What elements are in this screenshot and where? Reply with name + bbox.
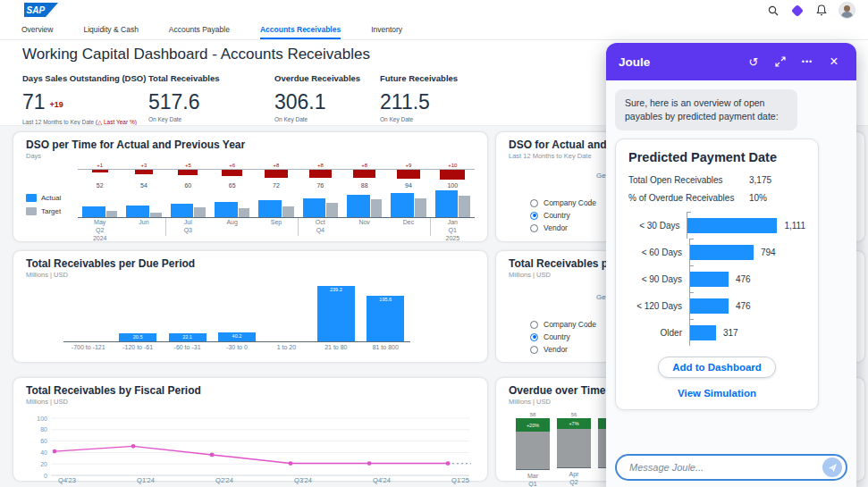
history-icon[interactable]: ↺	[744, 52, 763, 71]
radio-company-code[interactable]: Company Code	[530, 320, 596, 329]
year-label: 2024	[78, 234, 122, 242]
actual-bar[interactable]	[347, 195, 370, 217]
actual-bar[interactable]	[391, 193, 414, 217]
jbar[interactable]	[690, 245, 754, 260]
actual-bar[interactable]	[171, 204, 194, 217]
legend-swatch	[26, 207, 37, 215]
kpi-days-sales-outstanding-dso[interactable]: Days Sales Outstanding (DSO)71+19Last 12…	[22, 73, 148, 126]
tab-liquidity-cash[interactable]: Liquidity & Cash	[83, 20, 138, 39]
delta-bar[interactable]	[222, 170, 242, 176]
bar-group	[431, 189, 475, 218]
due-bar[interactable]: 40.2	[218, 332, 256, 341]
stat-of-overdue-receivables: % of Overdue Receivables10%	[628, 193, 805, 203]
data-point-q1-24[interactable]	[131, 444, 136, 449]
jbar-zone: 1,111	[687, 212, 805, 239]
tab-overview[interactable]: Overview	[21, 20, 53, 39]
tab-accounts-payable[interactable]: Accounts Payable	[169, 20, 230, 39]
dso-bar-chart: +152MayQ22024+354Jun +560JulQ3 +665Aug +…	[78, 162, 475, 242]
data-point-q2-24[interactable]	[210, 453, 215, 458]
target-bar[interactable]	[326, 203, 338, 217]
actual-bar[interactable]	[258, 200, 282, 217]
month-column-jul: +560JulQ3	[166, 162, 210, 242]
jbar[interactable]	[690, 298, 729, 314]
target-bar[interactable]	[459, 196, 470, 217]
overdue-bar[interactable]: +20%	[516, 418, 550, 470]
joule-message-input[interactable]	[628, 461, 822, 474]
kpi-total-receivables[interactable]: Total Receivables517.6On Key Date	[148, 73, 274, 126]
close-icon[interactable]: ×	[824, 52, 844, 71]
target-bar[interactable]	[106, 211, 118, 217]
due-bar[interactable]: 195.6	[367, 296, 404, 341]
due-bar[interactable]: 20.5	[119, 333, 156, 341]
month-column-sep: +872Sep	[254, 162, 298, 242]
target-bar[interactable]	[371, 199, 383, 217]
radio-country[interactable]: Country	[530, 332, 596, 341]
predicted-payment-stats: Total Open Receivables3,175% of Overdue …	[628, 175, 805, 203]
delta-bar[interactable]	[178, 170, 198, 175]
due-bar[interactable]: 239.2	[317, 286, 355, 341]
jbar-label: Older	[628, 328, 689, 338]
actual-bar[interactable]	[126, 206, 149, 217]
delta-bar[interactable]	[353, 170, 375, 178]
target-bar[interactable]	[150, 213, 162, 217]
kpi-value: 211.5	[380, 91, 430, 113]
actual-bar[interactable]	[82, 206, 105, 217]
radio-company-code[interactable]: Company Code	[530, 198, 596, 207]
radio-icon	[530, 346, 538, 354]
delta-bar[interactable]	[135, 170, 153, 174]
expand-icon[interactable]	[771, 52, 790, 71]
target-bar[interactable]	[194, 207, 206, 217]
stat-label: % of Overdue Receivables	[628, 193, 749, 203]
actual-bar[interactable]	[303, 198, 326, 217]
quarter-label	[386, 226, 430, 234]
notifications-bell-icon[interactable]	[814, 4, 829, 18]
month-label: May	[78, 218, 122, 226]
delta-bar[interactable]	[397, 170, 421, 179]
delta-bar[interactable]	[265, 170, 287, 178]
data-point-q4-24[interactable]	[367, 461, 372, 466]
delta-bar[interactable]	[440, 170, 465, 180]
jbar[interactable]	[690, 325, 716, 340]
joule-icon[interactable]	[790, 4, 805, 18]
jbar[interactable]	[690, 272, 729, 287]
actual-bar[interactable]	[435, 190, 459, 217]
delta-bar[interactable]	[309, 170, 332, 178]
data-point-q1-25[interactable]	[446, 461, 451, 466]
month-column-aug: +665Aug	[210, 162, 254, 242]
kpi-overdue-receivables[interactable]: Overdue Receivables306.1On Key Date	[274, 73, 380, 126]
jbar-label: < 60 Days	[628, 248, 689, 257]
actual-bar[interactable]	[215, 202, 238, 217]
target-bar[interactable]	[239, 208, 250, 217]
delta-bar[interactable]	[92, 170, 108, 172]
radio-vendor[interactable]: Vendor	[530, 223, 596, 232]
due-bar[interactable]: 22.1	[169, 333, 206, 341]
tab-inventory[interactable]: Inventory	[371, 20, 402, 39]
kpi-future-receivables[interactable]: Future Receivables211.5On Key Date	[380, 73, 496, 126]
add-to-dashboard-button[interactable]: Add to Dashboard	[658, 357, 776, 378]
data-point-q3-24[interactable]	[289, 461, 293, 466]
month-label: Jun	[122, 218, 165, 226]
radio-vendor[interactable]: Vendor	[530, 345, 596, 354]
send-icon[interactable]	[822, 458, 842, 477]
jbar[interactable]	[687, 218, 777, 233]
kpi-value-row: 71+19	[22, 91, 148, 115]
due-column-120-to-61: 20.5	[113, 333, 162, 341]
target-bar[interactable]	[282, 206, 294, 217]
search-icon[interactable]	[766, 4, 780, 18]
jbar-value: 317	[723, 328, 738, 338]
legend-item-actual[interactable]: Actual	[26, 194, 78, 202]
card-title: DSO per Time for Actual and Previous Yea…	[26, 139, 475, 151]
target-bar[interactable]	[415, 198, 426, 217]
user-avatar[interactable]	[839, 2, 855, 19]
month-column-may: +152MayQ22024	[78, 162, 122, 242]
data-point-q4-23[interactable]	[53, 449, 57, 454]
overdue-bar[interactable]: +7%	[557, 418, 591, 468]
more-options-icon[interactable]: •••	[797, 52, 817, 71]
delta-strip	[431, 169, 475, 181]
view-simulation-link[interactable]: View Simulation	[628, 388, 805, 399]
legend-item-target[interactable]: Target	[26, 207, 78, 215]
tab-accounts-receivables[interactable]: Accounts Receivables	[260, 20, 341, 39]
radio-label: Country	[544, 211, 570, 220]
jbar-zone: 476	[689, 265, 805, 292]
radio-country[interactable]: Country	[530, 211, 596, 220]
